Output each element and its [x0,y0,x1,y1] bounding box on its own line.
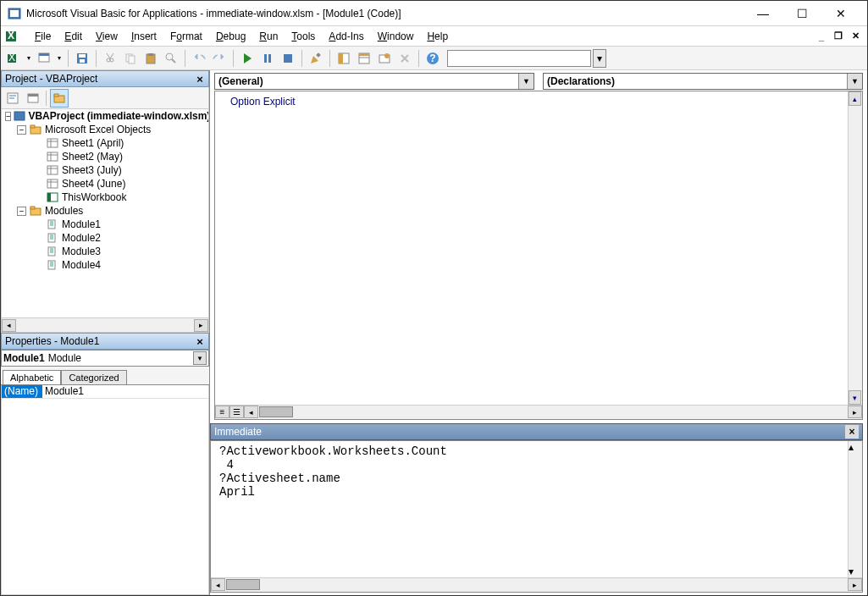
project-tree-hscroll[interactable]: ◂▸ [2,317,208,332]
tree-modules[interactable]: − Modules [2,204,208,218]
menu-insert[interactable]: Insert [124,28,163,45]
tree-sheet2[interactable]: Sheet2 (May) [2,150,208,163]
scroll-up-icon[interactable]: ▴ [849,91,861,106]
scroll-down-icon[interactable]: ▾ [849,390,861,405]
menu-help[interactable]: Help [420,28,455,45]
menu-run[interactable]: Run [252,28,285,45]
svg-rect-10 [80,59,85,63]
scroll-left-icon[interactable]: ◂ [211,578,225,591]
tree-module1[interactable]: Module1 [2,218,208,231]
chevron-down-icon[interactable]: ▼ [847,74,862,89]
close-button[interactable]: ✕ [821,1,860,26]
save-button[interactable] [73,49,91,68]
svg-text:?: ? [429,52,435,64]
toolbox-button[interactable] [395,49,414,68]
scroll-up-icon[interactable]: ▴ [849,441,862,453]
find-button[interactable] [162,49,180,68]
tab-alphabetic[interactable]: Alphabetic [3,370,61,384]
object-dropdown[interactable]: (General) ▼ [214,73,534,90]
property-row-name[interactable]: (Name) Module1 [2,385,208,399]
immediate-hscroll[interactable]: ◂ ▸ [211,577,862,592]
project-panel-header: Project - VBAProject × [1,70,209,87]
tree-sheet1[interactable]: Sheet1 (April) [2,136,208,150]
break-button[interactable] [258,49,277,68]
properties-panel-header: Properties - Module1 × [1,333,209,350]
svg-point-29 [384,53,390,58]
collapse-icon[interactable]: − [17,207,26,216]
menu-window[interactable]: Window [371,28,421,45]
mdi-restore[interactable]: ❐ [832,30,845,42]
view-code-button[interactable] [3,89,22,108]
chevron-down-icon[interactable]: ▼ [193,351,207,365]
procedure-dropdown[interactable]: (Declarations) ▼ [543,73,863,90]
run-button[interactable] [238,49,257,68]
menu-tools[interactable]: Tools [285,28,322,45]
tree-thisworkbook[interactable]: ThisWorkbook [2,190,208,204]
tree-sheet3[interactable]: Sheet3 (July) [2,163,208,177]
collapse-icon[interactable]: − [17,125,26,135]
module-icon [46,259,59,271]
menu-debug[interactable]: Debug [209,28,252,45]
view-excel-button[interactable]: X [4,49,23,68]
project-panel-close[interactable]: × [193,72,207,86]
properties-object-selector[interactable]: Module1 Module ▼ [1,350,209,367]
toolbar-overflow[interactable]: ▾ [593,49,606,68]
object-browser-button[interactable] [375,49,394,68]
excel-icon: X [4,28,21,45]
menu-addins[interactable]: Add-Ins [322,28,370,45]
tree-sheet4[interactable]: Sheet4 (June) [2,177,208,190]
code-vscroll[interactable]: ▴ ▾ [848,91,862,405]
view-object-button[interactable] [24,89,42,108]
scroll-down-icon[interactable]: ▾ [849,566,854,577]
properties-window-button[interactable] [355,49,373,68]
reset-button[interactable] [279,49,297,68]
menu-format[interactable]: Format [163,28,209,45]
copy-button[interactable] [121,49,140,68]
scroll-right-icon[interactable]: ▸ [848,578,862,591]
minimize-button[interactable]: — [744,1,782,26]
paste-button[interactable] [141,49,160,68]
insert-userform-button[interactable] [35,49,53,68]
collapse-icon[interactable]: − [5,112,11,121]
help-button[interactable]: ? [423,49,442,68]
tree-module4[interactable]: Module4 [2,258,208,272]
immediate-textarea[interactable]: ?Activeworkbook.Worksheets.Count 4 ?Acti… [211,441,862,577]
scroll-left-icon[interactable]: ◂ [244,406,258,418]
tree-excel-objects[interactable]: − Microsoft Excel Objects [2,123,208,136]
hscroll-thumb[interactable] [226,579,260,590]
maximize-button[interactable]: ☐ [782,1,821,26]
design-mode-button[interactable] [307,49,325,68]
tab-categorized[interactable]: Categorized [61,370,126,384]
tree-root[interactable]: − VBAProject (immediate-window.xlsm) [2,109,208,123]
svg-rect-12 [129,56,135,63]
svg-rect-20 [284,54,292,63]
menu-edit[interactable]: Edit [58,28,89,45]
code-dropdowns: (General) ▼ (Declarations) ▼ [210,70,867,91]
mdi-minimize[interactable]: _ [815,30,828,42]
window-controls: — ☐ ✕ [744,1,860,26]
immediate-close[interactable]: × [845,425,859,439]
undo-button[interactable] [190,49,208,68]
redo-button[interactable] [210,49,229,68]
procedure-view-button[interactable]: ≡ [215,406,229,418]
hscroll-thumb[interactable] [259,406,293,417]
immediate-vscroll[interactable]: ▴ ▾ [848,441,862,577]
toggle-folders-button[interactable] [50,89,69,108]
scroll-right-icon[interactable]: ▸ [848,406,862,418]
mdi-close[interactable]: ✕ [849,30,862,42]
toolbar-dd-2[interactable]: ▾ [55,54,64,62]
cut-button[interactable] [101,49,119,68]
toolbar-dd-1[interactable]: ▾ [25,54,33,62]
project-explorer-button[interactable] [334,49,353,68]
tree-module3[interactable]: Module3 [2,245,208,258]
menu-file[interactable]: File [28,28,58,45]
svg-point-15 [166,53,173,60]
chevron-down-icon[interactable]: ▼ [518,74,534,89]
full-module-view-button[interactable]: ☰ [229,406,244,418]
properties-grid: (Name) Module1 [1,385,209,595]
code-textarea[interactable]: Option Explicit ▴ ▾ [215,91,862,405]
properties-panel-close[interactable]: × [193,334,207,348]
menu-view[interactable]: View [89,28,124,45]
tree-module2[interactable]: Module2 [2,231,208,245]
toolbar-position-field[interactable] [447,50,591,67]
